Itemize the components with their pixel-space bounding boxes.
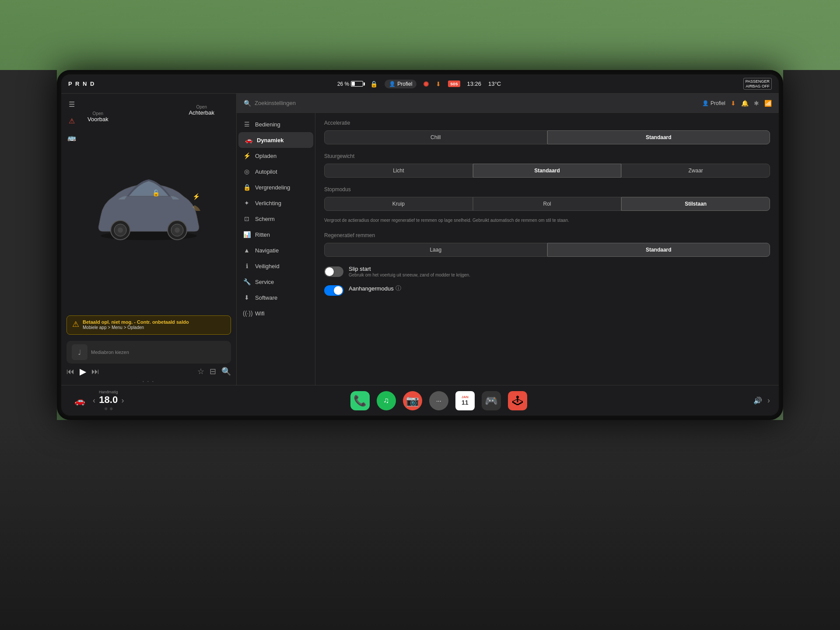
- stilstaan-button[interactable]: Stilstaan: [621, 197, 770, 211]
- dynamiek-icon: 🚗: [245, 136, 252, 144]
- chill-button[interactable]: Chill: [324, 130, 547, 144]
- slip-start-label: Slip start: [349, 266, 470, 272]
- nav-service[interactable]: 🔧 Service: [237, 274, 315, 290]
- stopmodus-section: Stopmodus Kruip Rol Stilstaan Vergroot d…: [324, 186, 770, 224]
- nav-verlichting-label: Verlichting: [255, 200, 281, 206]
- seat-left-icon: ❄: [104, 406, 108, 411]
- nav-dynamiek-label: Dynamiek: [257, 137, 284, 144]
- play-button[interactable]: ▶: [80, 366, 86, 377]
- laag-button[interactable]: Laag: [324, 243, 547, 257]
- slip-start-toggle[interactable]: [324, 266, 343, 277]
- calendar-app-button[interactable]: JAN 11: [455, 391, 475, 410]
- nav-scherm-label: Scherm: [255, 216, 275, 222]
- spotify-app-button[interactable]: ♫: [377, 391, 396, 410]
- camera-icon: 📷: [406, 395, 419, 407]
- nav-software[interactable]: ⬇ Software: [237, 290, 315, 305]
- standaard-accel-button[interactable]: Standaard: [547, 130, 770, 144]
- search-icon: 🔍: [244, 100, 251, 107]
- search-media-button[interactable]: 🔍: [221, 367, 231, 376]
- nav-navigatie-label: Navigatie: [255, 247, 279, 254]
- search-profile[interactable]: 👤 Profiel: [702, 100, 725, 106]
- media-label: Mediabron kiezen: [91, 350, 226, 355]
- page-dots: • • •: [61, 379, 236, 383]
- battery-bar: [351, 81, 363, 87]
- dashboard-left: [0, 70, 57, 420]
- warning-banner[interactable]: ⚠ Betaald opl. niet mog. - Contr. onbeta…: [66, 315, 231, 335]
- nav-autopilot[interactable]: ◎ Autopilot: [237, 164, 315, 179]
- camera-app-button[interactable]: 📷: [403, 391, 422, 410]
- taskbar-center: 📞 ♫ 📷 ··· JAN 11: [350, 391, 527, 410]
- sos-badge: sos: [448, 80, 460, 87]
- nav-scherm[interactable]: ⊡ Scherm: [237, 211, 315, 227]
- aanhanger-toggle[interactable]: [324, 285, 343, 296]
- taskbar-left: 🚗 ‹ Handmatig 18.0 ❄ ❄ ›: [70, 390, 124, 411]
- veiligheid-icon: ℹ: [243, 262, 251, 270]
- media-bar[interactable]: ♩ Mediabron kiezen: [66, 341, 231, 364]
- next-chevron[interactable]: ›: [122, 396, 124, 405]
- prev-chevron[interactable]: ‹: [93, 396, 95, 405]
- right-panel: 🔍 Zoekinstellingen 👤 Profiel ⬇ 🔔 ✱ 📶: [236, 94, 779, 385]
- car-svg: ⚡ 🔓: [88, 164, 210, 242]
- battery-fill: [352, 82, 354, 86]
- kruip-button[interactable]: Kruip: [324, 197, 473, 211]
- controller-icon: 🕹: [512, 395, 523, 407]
- passenger-airbag: PASSENGER AIRBAG OFF: [743, 78, 772, 90]
- nav-bediening[interactable]: ☰ Bediening: [237, 116, 315, 132]
- nav-opladen[interactable]: ⚡ Opladen: [237, 148, 315, 164]
- slip-start-row: Slip start Gebruik om het voertuig uit s…: [324, 266, 770, 278]
- controller-app-button[interactable]: 🕹: [508, 391, 527, 410]
- music-icon: ♩: [78, 348, 81, 357]
- acceleratie-options: Chill Standaard: [324, 130, 770, 144]
- nav-verlichting[interactable]: ✦ Verlichting: [237, 195, 315, 211]
- temp-row: 18.0: [99, 394, 118, 406]
- aanhanger-label: Aanhangermodus: [349, 285, 394, 292]
- phone-app-button[interactable]: 📞: [350, 391, 370, 410]
- nav-wifi[interactable]: ((·)) Wifi: [237, 305, 315, 321]
- nav-veiligheid[interactable]: ℹ Veiligheid: [237, 258, 315, 274]
- aanhanger-content: Aanhangermodus ⓘ: [349, 284, 401, 292]
- spotify-icon: ♫: [383, 396, 389, 405]
- games-app-button[interactable]: 🎮: [482, 391, 501, 410]
- vergrendeling-icon: 🔒: [243, 184, 251, 191]
- stuurgewicht-options: Licht Standaard Zwaar: [324, 164, 770, 178]
- nav-opladen-label: Opladen: [255, 153, 276, 159]
- status-bar: P R N D 26 % 🔒 👤 Profiel ⬇: [61, 74, 779, 94]
- volume-control[interactable]: 🔊: [753, 396, 762, 405]
- taskbar-right-chevron[interactable]: ›: [767, 396, 770, 405]
- next-button[interactable]: ⏭: [91, 367, 99, 376]
- nav-dynamiek[interactable]: 🚗 Dynamiek: [238, 132, 313, 148]
- main-content: ☰ ⚠ 🚌 Open Voorbak Open Achterbak: [61, 94, 779, 385]
- search-input[interactable]: Zoekinstellingen: [255, 100, 699, 106]
- standaard-regen-button[interactable]: Standaard: [547, 243, 770, 257]
- profile-icon-small: 👤: [702, 100, 709, 106]
- acceleratie-section: Acceleratie Chill Standaard: [324, 120, 770, 144]
- nav-vergrendeling[interactable]: 🔒 Vergrendeling: [237, 179, 315, 195]
- nav-ritten[interactable]: 📊 Ritten: [237, 227, 315, 242]
- status-center: 26 % 🔒 👤 Profiel ⬇ sos 13:26 13°C: [98, 80, 739, 88]
- aanhanger-info-icon[interactable]: ⓘ: [396, 284, 401, 292]
- autopilot-icon: ◎: [243, 168, 251, 175]
- nav-navigatie[interactable]: ▲ Navigatie: [237, 242, 315, 258]
- dots-icon: ···: [436, 397, 441, 404]
- warning-content: Betaald opl. niet mog. - Contr. onbetaal…: [83, 319, 189, 331]
- settings-body: ☰ Bediening 🚗 Dynamiek ⚡ Opladen: [237, 113, 779, 385]
- favorite-button[interactable]: ☆: [197, 367, 204, 376]
- acceleratie-title: Acceleratie: [324, 120, 770, 126]
- nav-veiligheid-label: Veiligheid: [255, 263, 280, 270]
- standaard-stuur-button[interactable]: Standaard: [473, 164, 622, 178]
- car-home-button[interactable]: 🚗: [70, 391, 89, 410]
- profile-button[interactable]: 👤 Profiel: [385, 80, 416, 88]
- car-image: ⚡ 🔓: [88, 164, 210, 251]
- licht-button[interactable]: Licht: [324, 164, 473, 178]
- stuurgewicht-section: Stuurgewicht Licht Standaard Zwaar: [324, 153, 770, 178]
- prev-button[interactable]: ⏮: [66, 367, 74, 376]
- stopmodus-title: Stopmodus: [324, 186, 770, 192]
- seat-right-icon: ❄: [109, 406, 113, 411]
- ritten-icon: 📊: [243, 231, 251, 238]
- volume-icon: 🔊: [753, 396, 762, 405]
- more-apps-button[interactable]: ···: [429, 391, 448, 410]
- equalizer-button[interactable]: ⊟: [210, 367, 216, 376]
- zwaar-button[interactable]: Zwaar: [621, 164, 770, 178]
- battery-percent: 26 %: [337, 81, 349, 87]
- rol-button[interactable]: Rol: [473, 197, 622, 211]
